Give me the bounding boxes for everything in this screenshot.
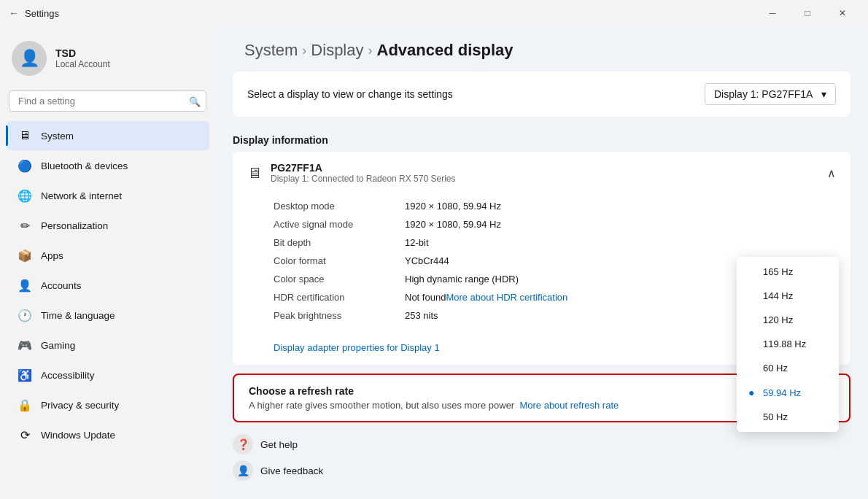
- bottom-link-get-help[interactable]: ❓ Get help: [233, 434, 850, 454]
- refresh-rate-link[interactable]: More about refresh rate: [519, 400, 619, 411]
- sidebar-item-time[interactable]: 🕐 Time & language: [6, 301, 209, 330]
- sidebar-item-apps[interactable]: 📦 Apps: [6, 241, 209, 270]
- info-value: 1920 × 1080, 59.94 Hz: [405, 219, 501, 230]
- privacy-nav-label: Privacy & security: [41, 400, 119, 411]
- search-input[interactable]: [9, 90, 206, 112]
- info-label: Color format: [274, 255, 405, 266]
- dropdown-option-119.88-Hz[interactable]: 119.88 Hz: [737, 332, 839, 356]
- dropdown-option-label: 50 Hz: [763, 411, 788, 422]
- refresh-rate-dropdown: 165 Hz 144 Hz 120 Hz 119.88 Hz 60 Hz ● 5…: [737, 257, 839, 432]
- app-title: Settings: [25, 8, 59, 19]
- window-controls: ─ □ ✕: [756, 1, 859, 25]
- gaming-nav-label: Gaming: [41, 340, 75, 351]
- username: TSD: [55, 47, 110, 59]
- display-dropdown[interactable]: Display 1: PG27FF1A ▾: [705, 83, 836, 105]
- monitor-name: PG27FF1A: [271, 162, 455, 174]
- maximize-button[interactable]: □: [791, 1, 824, 25]
- sidebar-item-personalization[interactable]: ✏ Personalization: [6, 211, 209, 240]
- info-label: Peak brightness: [274, 310, 405, 321]
- dropdown-option-144-Hz[interactable]: 144 Hz: [737, 284, 839, 308]
- info-label: Color space: [274, 274, 405, 285]
- sidebar-item-privacy[interactable]: 🔒 Privacy & security: [6, 390, 209, 419]
- info-value: YCbCr444: [405, 255, 449, 266]
- accessibility-nav-icon: ♿: [18, 368, 32, 382]
- account-type: Local Account: [55, 59, 110, 69]
- accounts-nav-icon: 👤: [18, 278, 32, 293]
- dropdown-option-label: 59.94 Hz: [763, 387, 801, 398]
- sidebar: 👤 TSD Local Account 🔍 🖥 System 🔵 Bluetoo…: [0, 26, 215, 499]
- titlebar: ← Settings ─ □ ✕: [0, 0, 868, 26]
- breadcrumb-sep2: ›: [368, 43, 373, 58]
- info-value: 253 nits: [405, 310, 438, 321]
- info-card-header: 🖥 PG27FF1A Display 1: Connected to Radeo…: [233, 152, 850, 194]
- monitor-name-group: PG27FF1A Display 1: Connected to Radeon …: [271, 162, 455, 184]
- breadcrumb: System › Display › Advanced display: [244, 41, 839, 60]
- apps-nav-icon: 📦: [18, 248, 32, 263]
- breadcrumb-sep1: ›: [302, 43, 306, 58]
- dropdown-option-165-Hz[interactable]: 165 Hz: [737, 260, 839, 284]
- give-feedback-label: Give feedback: [260, 465, 323, 476]
- dropdown-option-label: 119.88 Hz: [763, 339, 806, 349]
- monitor-sub: Display 1: Connected to Radeon RX 570 Se…: [271, 174, 455, 184]
- search-box[interactable]: 🔍: [9, 90, 206, 112]
- network-nav-icon: 🌐: [18, 188, 32, 203]
- sidebar-item-accounts[interactable]: 👤 Accounts: [6, 271, 209, 300]
- display-dropdown-value: Display 1: PG27FF1A: [714, 88, 813, 100]
- dropdown-option-label: 60 Hz: [763, 363, 788, 374]
- titlebar-left: ← Settings: [9, 7, 59, 19]
- apps-nav-label: Apps: [41, 250, 63, 261]
- dropdown-option-label: 144 Hz: [763, 290, 793, 301]
- breadcrumb-display[interactable]: Display: [311, 41, 363, 60]
- sidebar-item-accessibility[interactable]: ♿ Accessibility: [6, 360, 209, 390]
- system-nav-label: System: [41, 131, 74, 142]
- avatar: 👤: [12, 41, 47, 76]
- info-row: Desktop mode 1920 × 1080, 59.94 Hz: [274, 197, 836, 215]
- bottom-links: ❓ Get help 👤 Give feedback: [233, 431, 850, 484]
- update-nav-label: Windows Update: [41, 430, 115, 441]
- info-card-header-left: 🖥 PG27FF1A Display 1: Connected to Radeo…: [247, 162, 455, 184]
- display-selector-card: Select a display to view or change its s…: [233, 71, 850, 117]
- time-nav-label: Time & language: [41, 310, 115, 321]
- display-selector-label: Select a display to view or change its s…: [247, 88, 453, 100]
- info-value: High dynamic range (HDR): [405, 274, 519, 285]
- hdr-certification-link[interactable]: More about HDR certification: [446, 292, 567, 303]
- gaming-nav-icon: 🎮: [18, 338, 32, 352]
- info-label: Active signal mode: [274, 219, 405, 230]
- info-row: Bit depth 12-bit: [274, 233, 836, 252]
- info-value: 12-bit: [405, 237, 429, 248]
- minimize-button[interactable]: ─: [756, 1, 789, 25]
- back-button[interactable]: ←: [9, 7, 19, 19]
- sidebar-item-bluetooth[interactable]: 🔵 Bluetooth & devices: [6, 151, 209, 180]
- collapse-button[interactable]: ∧: [827, 166, 836, 180]
- sidebar-item-gaming[interactable]: 🎮 Gaming: [6, 330, 209, 360]
- sidebar-item-system[interactable]: 🖥 System: [6, 121, 209, 150]
- sidebar-item-update[interactable]: ⟳ Windows Update: [6, 420, 209, 449]
- nav-container: 🖥 System 🔵 Bluetooth & devices 🌐 Network…: [0, 120, 215, 450]
- get-help-icon: ❓: [233, 434, 253, 454]
- dropdown-option-59.94-Hz[interactable]: ● 59.94 Hz: [737, 380, 839, 405]
- dropdown-option-120-Hz[interactable]: 120 Hz: [737, 308, 839, 332]
- privacy-nav-icon: 🔒: [18, 398, 32, 412]
- bluetooth-nav-label: Bluetooth & devices: [41, 160, 128, 171]
- chevron-down-icon: ▾: [821, 88, 826, 100]
- bluetooth-nav-icon: 🔵: [18, 158, 32, 173]
- time-nav-icon: 🕐: [18, 308, 32, 322]
- accessibility-nav-label: Accessibility: [41, 370, 95, 381]
- dropdown-option-50-Hz[interactable]: 50 Hz: [737, 405, 839, 429]
- info-value: 1920 × 1080, 59.94 Hz: [405, 201, 501, 212]
- dropdown-option-label: 165 Hz: [763, 266, 793, 277]
- check-mark-icon: ●: [748, 387, 757, 398]
- dropdown-option-60-Hz[interactable]: 60 Hz: [737, 356, 839, 380]
- breadcrumb-system[interactable]: System: [244, 41, 298, 60]
- dropdown-option-label: 120 Hz: [763, 314, 793, 325]
- close-button[interactable]: ✕: [826, 1, 859, 25]
- personalization-nav-label: Personalization: [41, 220, 108, 231]
- adapter-link[interactable]: Display adapter properties for Display 1: [274, 342, 440, 353]
- give-feedback-icon: 👤: [233, 460, 253, 481]
- user-section: 👤 TSD Local Account: [0, 32, 215, 88]
- bottom-link-give-feedback[interactable]: 👤 Give feedback: [233, 460, 850, 481]
- page-header: System › Display › Advanced display: [215, 26, 868, 71]
- sidebar-item-network[interactable]: 🌐 Network & internet: [6, 181, 209, 210]
- system-nav-icon: 🖥: [18, 128, 32, 143]
- info-row: Active signal mode 1920 × 1080, 59.94 Hz: [274, 215, 836, 233]
